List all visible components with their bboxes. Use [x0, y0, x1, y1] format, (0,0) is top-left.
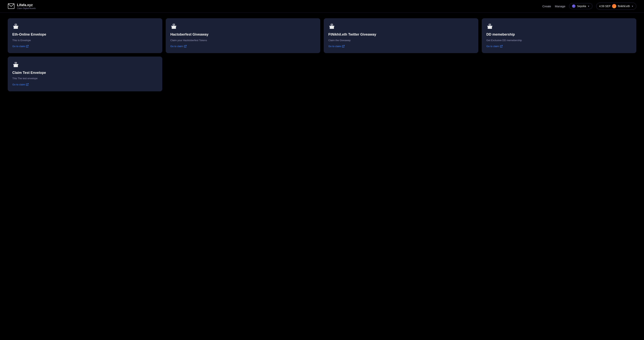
external-link-icon-3 [342, 45, 344, 47]
card-5-title: Claim Test Envelope [12, 71, 158, 75]
navbar-right: Create Manage Sepolia ▼ 4.59 SEP ftnikhi… [542, 3, 636, 9]
user-avatar [612, 4, 616, 8]
gift-icon-1 [12, 23, 19, 30]
card-4-link-label: Go to claim [486, 45, 499, 48]
card-2-link[interactable]: Go to claim [170, 45, 316, 48]
external-link-icon-5 [26, 83, 28, 86]
external-link-icon-1 [26, 45, 28, 47]
card-2-link-label: Go to claim [170, 45, 183, 48]
brand-title: Lifafa.xyz [17, 3, 36, 7]
gift-icon-3 [328, 23, 335, 30]
balance-amount: 4.59 SEP [599, 4, 610, 8]
gift-icon-5 [12, 61, 19, 68]
cards-grid-row1: Eth-Online Envelope This Is Envelope Go … [8, 18, 636, 53]
svg-line-17 [501, 45, 502, 46]
card-4-title: DD memebership [486, 32, 632, 37]
cards-grid-row2: Claim Test Envelope This The test envelo… [8, 56, 636, 91]
navbar: Lifafa.xyz Claim Digital Assets Create M… [0, 0, 644, 12]
card-twitter-giveaway: FtNikhil.eth Twitter Giveaway Claim the … [324, 18, 478, 53]
brand-subtitle: Claim Digital Assets [17, 7, 36, 9]
main-content: Eth-Online Envelope This Is Envelope Go … [0, 12, 644, 97]
brand: Lifafa.xyz Claim Digital Assets [8, 3, 36, 9]
external-link-icon-2 [184, 45, 186, 47]
card-4-desc: Get Exclusive DD memebership [486, 39, 632, 42]
card-claim-test: Claim Test Envelope This The test envelo… [8, 56, 162, 91]
balance-button[interactable]: 4.59 SEP ftnikhil.eth ▼ [596, 3, 636, 9]
create-link[interactable]: Create [542, 4, 551, 8]
card-5-desc: This The test envelope [12, 77, 158, 80]
brand-icon [8, 3, 15, 9]
network-name: Sepolia [577, 4, 586, 8]
svg-line-9 [185, 45, 186, 46]
card-5-link[interactable]: Go to claim [12, 83, 158, 86]
card-4-link[interactable]: Go to claim [486, 45, 632, 48]
card-1-link-label: Go to claim [12, 45, 25, 48]
external-link-icon-4 [500, 45, 502, 47]
user-chevron-icon: ▼ [632, 5, 634, 7]
card-hactoberfest: Hactoberfest Giveaway Claim your Hacktob… [166, 18, 320, 53]
network-chevron-icon: ▼ [588, 5, 590, 7]
svg-line-21 [27, 83, 28, 85]
network-icon [572, 4, 576, 8]
card-5-link-label: Go to claim [12, 83, 25, 86]
svg-line-5 [27, 45, 28, 46]
manage-link[interactable]: Manage [555, 4, 565, 8]
user-name: ftnikhil.eth [618, 4, 630, 8]
brand-text: Lifafa.xyz Claim Digital Assets [17, 3, 36, 9]
svg-line-13 [343, 45, 344, 46]
card-3-title: FtNikhil.eth Twitter Giveaway [328, 32, 474, 37]
card-1-title: Eth-Online Envelope [12, 32, 158, 37]
card-2-title: Hactoberfest Giveaway [170, 32, 316, 37]
network-selector[interactable]: Sepolia ▼ [569, 3, 592, 9]
card-3-link-label: Go to claim [328, 45, 341, 48]
gift-icon-4 [486, 23, 493, 30]
card-3-link[interactable]: Go to claim [328, 45, 474, 48]
card-3-desc: Claim the Giveaway [328, 39, 474, 42]
gift-icon-2 [170, 23, 177, 30]
card-dd-membership: DD memebership Get Exclusive DD memebers… [482, 18, 636, 53]
card-1-desc: This Is Envelope [12, 39, 158, 42]
card-2-desc: Claim your Hacktoberfest Tokens [170, 39, 316, 42]
card-1-link[interactable]: Go to claim [12, 45, 158, 48]
card-eth-online: Eth-Online Envelope This Is Envelope Go … [8, 18, 162, 53]
